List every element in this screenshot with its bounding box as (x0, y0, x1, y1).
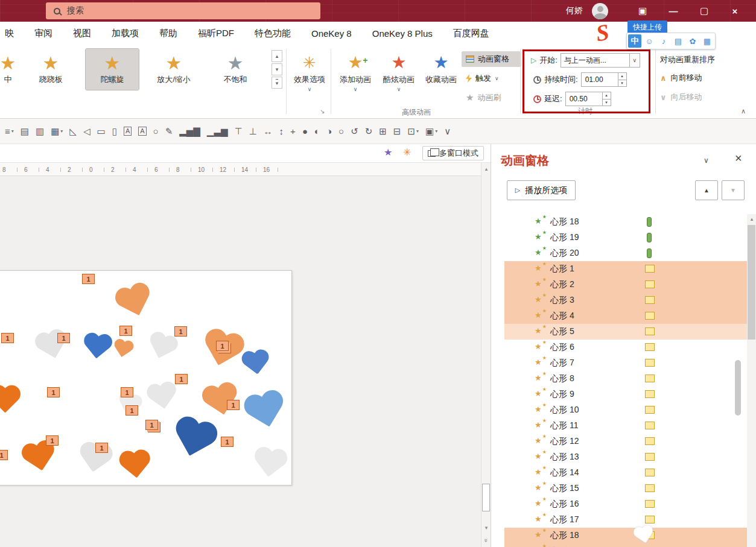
heart-shape[interactable] (75, 441, 115, 478)
animation-row[interactable]: ★★ 心形 8 (504, 371, 747, 387)
animation-row[interactable]: ★★ 心形 16 (504, 496, 747, 512)
animation-timeline-bar[interactable] (645, 296, 655, 304)
tab-onekey8-plus[interactable]: OneKey 8 Plus (372, 28, 433, 39)
ime-toolbox-icon[interactable]: ▦ (700, 34, 714, 48)
animation-timeline-bar[interactable] (645, 280, 655, 288)
tab-special-features[interactable]: 特色功能 (255, 28, 291, 39)
scrollbar-thumb[interactable] (482, 484, 490, 511)
ime-lang-icon[interactable]: 中 (628, 34, 641, 48)
animation-number-badge[interactable]: 1 (216, 341, 229, 351)
animation-row[interactable]: ★★ 心形 5 (504, 324, 747, 340)
tab-foxit-pdf[interactable]: 福昕PDF (198, 28, 234, 39)
animation-row[interactable]: ★★ 心形 14 (504, 465, 747, 481)
animation-row[interactable]: ★★ 心形 13 (504, 449, 747, 465)
animation-timeline-bar[interactable] (645, 375, 655, 382)
dialog-launcher-icon[interactable]: ↘ (320, 108, 325, 115)
animation-row[interactable]: ★★ 心形 19 (504, 543, 747, 547)
user-name[interactable]: 何娇 (566, 0, 583, 22)
column-chart-icon[interactable]: ▁▃▆▾ (207, 127, 228, 136)
animation-number-badge[interactable]: 1 (46, 435, 59, 446)
gallery-item-seesaw[interactable]: ★ 跷跷板 (24, 49, 77, 90)
animation-timeline-bar[interactable] (645, 469, 655, 476)
animation-pane-button[interactable]: 动画窗格 (462, 51, 521, 67)
scroll-down-icon[interactable]: ▾ (481, 523, 491, 533)
tab-baidu-netdisk[interactable]: 百度网盘 (453, 28, 489, 39)
pane-close-icon[interactable]: × (735, 151, 742, 165)
animation-number-badge[interactable]: 1 (121, 387, 133, 397)
tab-addins[interactable]: 加载项 (112, 28, 139, 39)
rectangle-tool-icon[interactable]: ▭▾ (97, 127, 105, 136)
animation-timeline-bar[interactable] (645, 500, 655, 508)
trigger-button[interactable]: 触发 ∨ (462, 71, 503, 86)
search-input[interactable]: 搜索 (46, 2, 320, 19)
avatar[interactable] (592, 3, 608, 19)
pane-scrollbar[interactable]: ▴ (747, 214, 756, 547)
animation-timeline-bar[interactable] (645, 312, 655, 320)
distribute-horizontal-icon[interactable]: ↔▾ (264, 127, 273, 136)
animation-timeline-bar[interactable] (645, 453, 655, 461)
animation-number-badge[interactable]: 1 (95, 443, 108, 453)
group-icon[interactable]: ⊞▾ (379, 127, 387, 136)
animation-number-badge[interactable]: 1 (0, 450, 8, 460)
animation-row[interactable]: ★★ 心形 7 (504, 355, 747, 371)
heart-shape[interactable] (81, 333, 113, 363)
animation-number-badge[interactable]: 1 (221, 437, 233, 447)
placeholder-frame-icon[interactable]: ▯▾ (112, 127, 117, 136)
animation-timeline-bar[interactable] (645, 327, 655, 335)
animation-row[interactable]: ★★ 心形 6 (504, 340, 747, 355)
animation-row[interactable]: ★★ 心形 3 (504, 292, 747, 308)
outline-circle-icon[interactable]: ○▾ (338, 127, 344, 136)
list-scrollbar-thumb[interactable] (735, 360, 741, 416)
distribute-vertical-icon[interactable]: ↕▾ (279, 127, 284, 136)
animation-timeline-bar[interactable] (645, 406, 655, 414)
heart-shape[interactable] (144, 381, 180, 414)
animation-number-badge[interactable]: 1 (174, 326, 187, 337)
animation-timeline-bar[interactable] (647, 248, 652, 258)
align-center-icon[interactable]: +▾ (290, 127, 296, 136)
slide-canvas[interactable]: 1111111111111111 (0, 176, 481, 547)
rotate-left-icon[interactable]: ↺▾ (351, 127, 358, 136)
ellipse-tool-icon[interactable]: ○▾ (153, 127, 159, 136)
arrange-icon[interactable]: ⊡▾ (407, 127, 419, 136)
sogou-logo-icon[interactable]: S (595, 21, 611, 45)
tab-slideshow-partial[interactable]: 映 (5, 28, 14, 39)
multi-window-mode-button[interactable]: 多窗口模式 (422, 146, 484, 160)
move-later-button[interactable]: ∨ 向后移动 (660, 92, 702, 103)
animation-number-badge[interactable]: 1 (145, 420, 158, 430)
animation-number-badge[interactable]: 1 (57, 333, 70, 343)
heart-shape[interactable] (250, 446, 290, 482)
pane-collapse-icon[interactable]: ∨ (704, 156, 709, 165)
heart-shape[interactable] (0, 386, 21, 416)
animation-timeline-bar[interactable] (645, 484, 655, 492)
play-selected-button[interactable]: ▷ 播放所选项 (507, 180, 576, 200)
animation-row[interactable]: ★★ 心形 2 (504, 277, 747, 292)
animation-row[interactable]: ★★ 心形 1 (504, 261, 747, 277)
table-borders-icon[interactable]: ▦▾ (51, 127, 63, 136)
window-layout-icon[interactable]: ▣ (634, 0, 652, 22)
gallery-item-partial[interactable]: ★ 中 (0, 49, 16, 90)
animation-timeline-bar[interactable] (645, 390, 655, 398)
scrollbar-thumb[interactable] (748, 225, 755, 340)
reorder-down-button[interactable]: ▼ (722, 180, 745, 200)
gallery-item-desaturate[interactable]: ★ 不饱和 (209, 49, 262, 90)
tab-review[interactable]: 审阅 (34, 28, 52, 39)
animation-number-badge[interactable]: 1 (82, 274, 95, 284)
shape-tool-icon[interactable]: ◺▾ (69, 127, 77, 136)
animation-painter-button[interactable]: ★ 动画刷 (462, 90, 505, 106)
close-button[interactable]: × (726, 0, 744, 22)
magic-star-icon[interactable]: ★ (384, 147, 392, 158)
animation-row[interactable]: ★★ 心形 12 (504, 434, 747, 449)
ime-voice-icon[interactable]: ♪ (657, 34, 670, 48)
animation-timeline-bar[interactable] (645, 343, 655, 351)
gallery-more-button[interactable]: ▾ (272, 77, 282, 89)
animation-timeline-bar[interactable] (647, 217, 652, 227)
minimize-button[interactable]: — (664, 0, 682, 22)
cool-animation-button[interactable]: ★ 酷炫动画 ∨ (379, 50, 419, 91)
animation-number-badge[interactable]: 1 (1, 333, 14, 343)
animation-timeline-bar[interactable] (647, 233, 652, 242)
animation-row[interactable]: ★★ 心形 18 (504, 214, 747, 230)
animation-row[interactable]: ★★ 心形 10 (504, 402, 747, 418)
align-right-icon[interactable]: ▥▾ (36, 127, 44, 136)
horizontal-textbox-icon[interactable]: A▾ (124, 127, 132, 136)
animation-number-badge[interactable]: 1 (227, 400, 240, 410)
